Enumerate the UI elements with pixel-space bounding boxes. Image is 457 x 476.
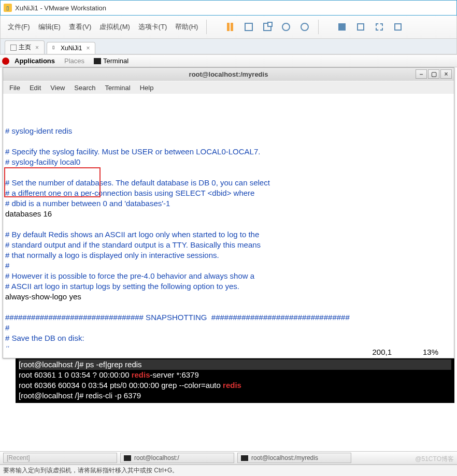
fullscreen-icon[interactable] [336,21,348,33]
taskbar-term1[interactable]: root@localhost:/ [120,453,234,463]
editor-line: # [5,343,452,348]
shell-line: [root@localhost /]# redis-cli -p 6379 [19,391,451,401]
editor-line: # that normally a logo is displayed only… [5,250,452,261]
terminal-menubar: File Edit View Search Terminal Help [3,81,454,94]
term-menu-terminal[interactable]: Terminal [101,83,135,93]
vim-position: 200,1 [372,348,392,356]
panel-applications[interactable]: Applications [10,56,59,66]
shell-line: root 60361 1 0 03:54 ? 00:00:00 redis-se… [19,370,451,380]
maximize-button[interactable]: ▢ [428,69,439,79]
term-menu-view[interactable]: View [46,83,69,93]
terminal-icon [124,455,131,461]
editor-line: # Specify the syslog facility. Must be U… [5,147,452,157]
editor-line: # ASCII art logo in startup logs by sett… [5,281,452,292]
editor-line: # standard output and if the standard ou… [5,240,452,250]
editor-line: # Save the DB on disk: [5,333,452,343]
term-menu-file[interactable]: File [5,83,24,93]
menu-tabs[interactable]: 选项卡(T) [135,20,170,34]
vmware-title: XuNiJi1 - VMware Workstation [15,4,106,12]
editor-line: # By default Redis shows an ASCII art lo… [5,229,452,240]
menu-view[interactable]: 查看(V) [66,20,94,34]
terminal-icon [94,58,101,64]
menu-edit[interactable]: 编辑(E) [35,20,64,34]
vm-tab-icon: ▯ [52,45,59,51]
panel-terminal[interactable]: Terminal [90,56,133,66]
terminal-title: root@localhost:/myredis [189,70,268,78]
home-icon [10,45,17,51]
taskbar-term2[interactable]: root@localhost:/myredis [237,453,351,463]
close-icon[interactable]: × [35,44,39,51]
tab-home-label: 主页 [19,43,31,52]
redhat-icon[interactable] [2,57,9,65]
editor-line: # syslog-facility local0 [5,157,452,167]
editor-viewport[interactable]: # syslog-ident redis # Specify the syslo… [3,94,454,348]
editor-line: # dbid is a number between 0 and 'databa… [5,198,452,209]
terminal-titlebar[interactable]: root@localhost:/myredis – ▢ × [3,68,454,81]
vmware-titlebar: ▯ XuNiJi1 - VMware Workstation [0,0,457,16]
editor-line: ################################ SNAPSHO… [5,312,452,323]
shell-line: [root@localhost /]# ps -ef|grep redis [19,359,451,370]
stretch-icon[interactable] [392,21,404,33]
vim-status: 200,1 13% [3,348,454,358]
tab-vm-label: XuNiJi1 [61,45,82,52]
editor-line: # [5,323,452,333]
term-menu-edit[interactable]: Edit [25,83,45,93]
console-icon[interactable] [373,21,385,33]
terminal-icon [241,455,248,461]
editor-line: # a different one on a per-connection ba… [5,188,452,198]
shell-line: root 60366 60034 0 03:54 pts/0 00:00:00 … [19,380,451,391]
editor-line [5,302,452,312]
pause-icon[interactable] [224,21,236,33]
editor-line [5,167,452,178]
editor-line [5,219,452,229]
close-icon[interactable]: × [86,45,90,52]
revert-icon[interactable] [298,21,311,33]
vim-percent: 13% [423,348,438,356]
editor-line [5,136,452,147]
editor-line: # Set the number of databases. The defau… [5,178,452,188]
editor-line: always-show-logo yes [5,292,452,302]
vmware-icon: ▯ [4,4,12,12]
term-menu-search[interactable]: Search [70,83,99,93]
watermark: @51CTO博客 [415,455,454,464]
minimize-button[interactable]: – [416,69,427,79]
term-menu-help[interactable]: Help [136,83,158,93]
close-button[interactable]: × [440,69,452,79]
vmware-status-text: 要将输入定向到该虚拟机，请将鼠标指针移入其中或按 Ctrl+G。 [3,466,178,475]
vmware-tabstrip: 主页 × ▯ XuNiJi1 × [0,39,457,54]
menu-vm[interactable]: 虚拟机(M) [96,20,133,34]
terminal-window: root@localhost:/myredis – ▢ × File Edit … [3,67,454,358]
gnome-taskbar: [Recent] root@localhost:/ root@localhost… [0,451,457,465]
vmware-toolbar: 文件(F) 编辑(E) 查看(V) 虚拟机(M) 选项卡(T) 帮助(H) [0,16,457,39]
panel-places[interactable]: Places [60,56,89,66]
unity-icon[interactable] [354,21,367,33]
menu-file[interactable]: 文件(F) [5,20,33,34]
editor-line: # However it is possible to force the pr… [5,271,452,281]
editor-line: # syslog-ident redis [5,126,452,136]
editor-line: # [5,261,452,271]
shell-output[interactable]: [root@localhost /]# ps -ef|grep redis ro… [16,358,454,403]
tab-home[interactable]: 主页 × [5,40,45,54]
gnome-panel: Applications Places Terminal [0,54,457,67]
editor-line: databases 16 [5,209,452,219]
snapshot-mgr-icon[interactable] [261,21,274,33]
tab-vm[interactable]: ▯ XuNiJi1 × [47,42,95,54]
clock-icon[interactable] [280,21,292,33]
taskbar-recent[interactable]: [Recent] [3,453,117,463]
vmware-statusbar: 要将输入定向到该虚拟机，请将鼠标指针移入其中或按 Ctrl+G。 [0,465,457,476]
menu-help[interactable]: 帮助(H) [172,20,201,34]
snapshot-icon[interactable] [242,21,255,33]
